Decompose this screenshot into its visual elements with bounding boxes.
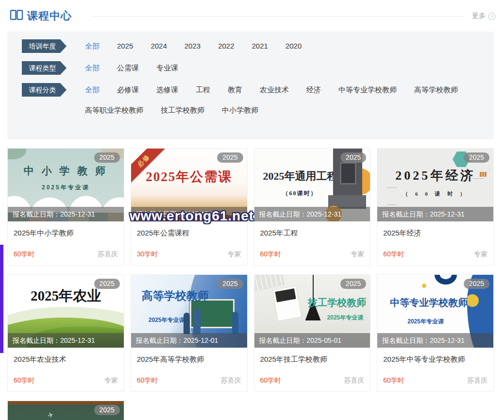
page-header: 课程中心 更多 › (0, 0, 504, 25)
chalkboard-frame-decoration (8, 401, 124, 404)
cover-title: 中等专业学校教师 (390, 296, 493, 309)
filter-option-category-engineering[interactable]: 工程 (196, 83, 210, 97)
more-link[interactable]: 更多 › (472, 12, 495, 20)
course-card-technical-school[interactable]: 技工学校教师 2025年专业课 2025 报名截止日期：2025-05-01 2… (254, 274, 371, 392)
course-thumbnail: 中等专业学校教师 2025年专业课 2025 报名截止日期：2025-12-31 (377, 275, 493, 348)
course-instructor: 专家 (474, 250, 487, 259)
course-hours: 60学时 (383, 250, 404, 259)
filter-option-year-2021[interactable]: 2021 (252, 39, 268, 53)
course-thumbnail: 中 小 学 教 师 2025年专业课 2025 报名截止日期：2025-12-3… (8, 149, 124, 221)
course-instructor: 苏喜庆 (221, 376, 241, 385)
course-title: 2025年农业技术 (8, 348, 124, 364)
course-thumbnail: 技工学校教师 2025年专业课 2025 报名截止日期：2025-05-01 (254, 275, 370, 348)
person-silhouette (193, 309, 201, 334)
course-instructor: 苏喜庆 (98, 250, 118, 259)
filter-options-category: 全部 必修课 选修课 工程 教育 农业技术 经济 中等专业学校教师 高等学校教师… (85, 83, 493, 117)
calculator-decoration (272, 286, 302, 321)
filter-label-category: 课程分类 (22, 83, 67, 97)
filter-row-category: 课程分类 全部 必修课 选修课 工程 教育 农业技术 经济 中等专业学校教师 高… (22, 83, 494, 117)
filter-option-category-higher-ed[interactable]: 高等学校教师 (414, 83, 458, 97)
course-card-engineering[interactable]: 2025年通用工程 （60课时） 2025 报名截止日期：2025-12-31 … (254, 148, 371, 266)
filter-option-category-higher-vocational[interactable]: 高等职业学校教师 (85, 103, 143, 117)
cover-title: 2025年公需课 (131, 168, 247, 185)
cover-title: 高等学校教师 (142, 288, 247, 303)
year-badge: 2025 (340, 152, 366, 163)
filter-panel: 培训年度 全部 2025 2024 2023 2022 2021 2020 课程… (7, 32, 494, 139)
filter-option-year-all[interactable]: 全部 (85, 39, 100, 53)
filter-label-year: 培训年度 (22, 39, 67, 53)
course-card-higher-ed[interactable]: 高等学校教师 2025年专业课 2025 报名截止日期：2025-12-01 2… (131, 274, 248, 392)
filter-option-year-2023[interactable]: 2023 (185, 39, 201, 53)
course-card-secondary-vocational[interactable]: 中等专业学校教师 2025年专业课 2025 报名截止日期：2025-12-31… (377, 274, 494, 392)
page-title: 课程中心 (27, 9, 72, 23)
deadline-bar: 报名截止日期：2025-12-31 (8, 333, 124, 348)
yellow-dot-decoration (421, 283, 427, 289)
chevron-right-circle-icon: › (488, 13, 495, 20)
cover-subtitle: 2025年专业课 (327, 314, 364, 322)
filter-option-category-agritech[interactable]: 农业技术 (260, 83, 289, 97)
year-badge: 2025 (94, 405, 120, 415)
course-thumbnail: ✈ 2025 (8, 401, 124, 420)
filter-option-year-2025[interactable]: 2025 (117, 39, 133, 53)
filter-option-category-education[interactable]: 教育 (228, 83, 242, 97)
course-card-economics[interactable]: 2025年经济 （ 6 0 课 时 ） 2025 报名截止日期：2025-12-… (377, 148, 494, 266)
purple-edge-strip (0, 245, 3, 353)
filter-option-category-all[interactable]: 全部 (85, 83, 100, 97)
book-icon (10, 9, 23, 23)
deadline-bar: 报名截止日期：2025-12-31 (377, 333, 493, 348)
course-instructor: 专家 (104, 376, 118, 385)
cover-title: 技工学校教师 (308, 296, 366, 309)
filter-option-category-technical-school[interactable]: 技工学校教师 (161, 103, 204, 117)
course-hours: 60学时 (260, 376, 282, 385)
course-card-public-course[interactable]: 必修 2025年公需课 2025 报名截止日期：2025-12-31 2025年… (131, 148, 248, 266)
cover-subtitle: 2025年专业课 (407, 318, 493, 326)
course-hours: 60学时 (14, 250, 35, 259)
deadline-bar: 报名截止日期：2025-12-01 (131, 333, 247, 348)
course-thumbnail: 2025年经济 （ 6 0 课 时 ） 2025 报名截止日期：2025-12-… (377, 149, 493, 221)
filter-option-year-2024[interactable]: 2024 (151, 39, 167, 53)
filter-option-category-secondary-vocational[interactable]: 中等专业学校教师 (338, 83, 397, 97)
course-hours: 60学时 (260, 250, 282, 259)
year-badge: 2025 (94, 152, 120, 163)
deadline-bar: 报名截止日期：2025-12-31 (254, 207, 370, 221)
course-thumbnail: 2025年农业 （60课时） 2025 报名截止日期：2025-12-31 (8, 275, 124, 348)
filter-option-category-economics[interactable]: 经济 (306, 83, 321, 97)
course-title: 2025年经济 (377, 221, 493, 238)
filter-option-category-elective[interactable]: 选修课 (156, 83, 178, 97)
course-card-agritech[interactable]: 2025年农业 （60课时） 2025 报名截止日期：2025-12-31 20… (7, 274, 124, 392)
course-card-primary-school[interactable]: 中 小 学 教 师 2025年专业课 2025 报名截止日期：2025-12-3… (7, 148, 124, 266)
filter-option-year-2022[interactable]: 2022 (218, 39, 234, 53)
deadline-bar: 报名截止日期：2025-12-31 (8, 207, 124, 221)
course-hours: 60学时 (137, 376, 158, 385)
course-hours: 30学时 (137, 250, 158, 259)
filter-options-type: 全部 公需课 专业课 (85, 61, 493, 75)
filter-option-type-public[interactable]: 公需课 (117, 61, 139, 75)
deadline-bar: 报名截止日期：2025-12-31 (131, 207, 247, 221)
filter-label-type: 课程类型 (22, 61, 67, 75)
filter-option-category-primary-school[interactable]: 中小学教师 (222, 103, 258, 117)
year-badge: 2025 (217, 152, 243, 163)
course-thumbnail: 高等学校教师 2025年专业课 2025 报名截止日期：2025-12-01 (131, 275, 247, 348)
course-title: 2025年公需课程 (131, 221, 247, 238)
leaf-decoration (8, 149, 26, 159)
cover-title: 中 小 学 教 师 (8, 164, 124, 178)
filter-options-year: 全部 2025 2024 2023 2022 2021 2020 (85, 39, 493, 53)
course-thumbnail: 2025年通用工程 （60课时） 2025 报名截止日期：2025-12-31 (254, 149, 370, 221)
filter-option-type-all[interactable]: 全部 (85, 61, 100, 75)
course-hours: 60学时 (383, 376, 404, 385)
filter-option-category-required[interactable]: 必修课 (117, 83, 139, 97)
course-instructor: 苏喜庆 (467, 376, 487, 385)
course-card-chalkboard[interactable]: ✈ 2025 (7, 401, 124, 420)
filter-row-year: 培训年度 全部 2025 2024 2023 2022 2021 2020 (22, 39, 494, 53)
course-title: 2025年高等学校教师 (131, 348, 247, 364)
course-grid: 中 小 学 教 师 2025年专业课 2025 报名截止日期：2025-12-3… (7, 148, 494, 420)
header-divider (91, 16, 464, 17)
filter-option-year-2020[interactable]: 2020 (286, 39, 302, 53)
bar-chart-decoration (480, 172, 487, 177)
deadline-bar: 报名截止日期：2025-05-01 (254, 333, 370, 348)
more-label: 更多 (472, 12, 486, 20)
filter-option-type-professional[interactable]: 专业课 (156, 61, 178, 75)
year-badge: 2025 (94, 279, 120, 289)
course-instructor: 专家 (351, 250, 364, 259)
year-badge: 2025 (464, 152, 489, 163)
